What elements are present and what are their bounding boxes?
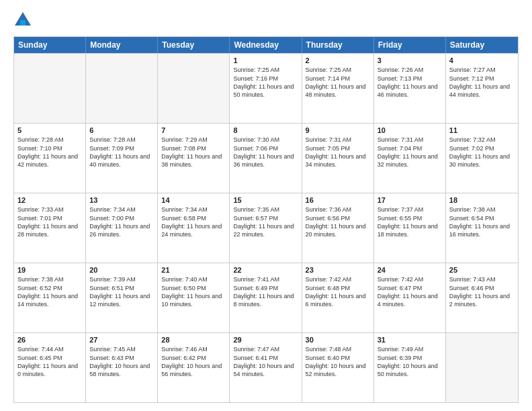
calendar-cell-7: 7Sunrise: 7:29 AMSunset: 7:08 PMDaylight… [158,124,230,193]
daylight-text: Daylight: 11 hours and 42 minutes. [17,153,82,169]
calendar-cell-3: 3Sunrise: 7:26 AMSunset: 7:13 PMDaylight… [374,54,446,123]
day-number: 9 [306,126,370,134]
logo [13,11,35,30]
daylight-text: Daylight: 11 hours and 16 minutes. [449,223,515,238]
calendar-cell-26: 26Sunrise: 7:44 AMSunset: 6:45 PMDayligh… [14,333,86,402]
calendar-cell-27: 27Sunrise: 7:45 AMSunset: 6:43 PMDayligh… [86,333,158,402]
calendar-cell-9: 9Sunrise: 7:31 AMSunset: 7:05 PMDaylight… [302,124,374,193]
daylight-text: Daylight: 11 hours and 6 minutes. [306,293,370,308]
sunrise-text: Sunrise: 7:31 AM [306,136,370,144]
sunset-text: Sunset: 7:10 PM [17,145,82,153]
sunset-text: Sunset: 6:49 PM [233,285,298,293]
day-number: 3 [378,56,442,64]
calendar-cell-empty-0 [14,54,86,123]
day-number: 26 [17,336,82,344]
daylight-text: Daylight: 11 hours and 20 minutes. [306,223,370,238]
day-number: 31 [378,336,442,344]
daylight-text: Daylight: 11 hours and 10 minutes. [161,293,226,308]
daylight-text: Daylight: 11 hours and 30 minutes. [449,153,515,169]
calendar-cell-empty-2 [158,54,230,123]
day-number: 22 [233,266,298,274]
sunrise-text: Sunrise: 7:46 AM [161,346,226,354]
day-number: 21 [161,266,226,274]
daylight-text: Daylight: 11 hours and 48 minutes. [306,83,370,99]
daylight-text: Daylight: 10 hours and 54 minutes. [233,363,298,378]
sunset-text: Sunset: 6:40 PM [306,355,370,363]
sunset-text: Sunset: 7:05 PM [306,145,370,153]
calendar-weekday-friday: Friday [374,37,446,53]
calendar-row-3: 12Sunrise: 7:33 AMSunset: 7:01 PMDayligh… [14,193,518,263]
day-number: 10 [378,126,442,134]
sunset-text: Sunset: 6:42 PM [161,355,226,363]
sunset-text: Sunset: 7:14 PM [306,75,370,83]
day-number: 5 [17,126,82,134]
calendar-cell-13: 13Sunrise: 7:34 AMSunset: 7:00 PMDayligh… [86,193,158,263]
daylight-text: Daylight: 11 hours and 40 minutes. [89,153,154,169]
calendar-cell-6: 6Sunrise: 7:28 AMSunset: 7:09 PMDaylight… [86,124,158,193]
day-number: 8 [233,126,298,134]
calendar-cell-24: 24Sunrise: 7:42 AMSunset: 6:47 PMDayligh… [374,263,446,332]
calendar-cell-31: 31Sunrise: 7:49 AMSunset: 6:39 PMDayligh… [374,333,446,402]
calendar-row-2: 5Sunrise: 7:28 AMSunset: 7:10 PMDaylight… [14,123,518,193]
sunrise-text: Sunrise: 7:32 AM [449,136,515,144]
calendar-cell-1: 1Sunrise: 7:25 AMSunset: 7:16 PMDaylight… [230,54,302,123]
sunset-text: Sunset: 7:16 PM [233,75,298,83]
calendar-cell-19: 19Sunrise: 7:38 AMSunset: 6:52 PMDayligh… [14,263,86,332]
day-number: 12 [17,196,82,204]
day-number: 4 [449,56,515,64]
sunrise-text: Sunrise: 7:28 AM [17,136,82,144]
calendar-row-4: 19Sunrise: 7:38 AMSunset: 6:52 PMDayligh… [14,263,518,332]
calendar-cell-empty-1 [86,54,158,123]
sunset-text: Sunset: 6:55 PM [378,215,442,223]
calendar-cell-4: 4Sunrise: 7:27 AMSunset: 7:12 PMDaylight… [446,54,518,123]
sunset-text: Sunset: 6:58 PM [161,215,226,223]
sunrise-text: Sunrise: 7:40 AM [161,276,226,284]
sunrise-text: Sunrise: 7:37 AM [378,206,442,214]
daylight-text: Daylight: 11 hours and 22 minutes. [233,223,298,238]
calendar-row-1: 1Sunrise: 7:25 AMSunset: 7:16 PMDaylight… [14,53,518,123]
sunrise-text: Sunrise: 7:39 AM [89,276,154,284]
page: SundayMondayTuesdayWednesdayThursdayFrid… [0,0,532,411]
calendar-cell-8: 8Sunrise: 7:30 AMSunset: 7:06 PMDaylight… [230,124,302,193]
day-number: 30 [306,336,370,344]
sunset-text: Sunset: 7:08 PM [161,145,226,153]
sunrise-text: Sunrise: 7:44 AM [17,346,82,354]
calendar-weekday-saturday: Saturday [446,37,518,53]
calendar-cell-18: 18Sunrise: 7:38 AMSunset: 6:54 PMDayligh… [446,193,518,263]
daylight-text: Daylight: 11 hours and 14 minutes. [17,293,82,308]
day-number: 11 [449,126,515,134]
calendar-weekday-thursday: Thursday [302,37,374,53]
calendar-cell-21: 21Sunrise: 7:40 AMSunset: 6:50 PMDayligh… [158,263,230,332]
calendar-cell-22: 22Sunrise: 7:41 AMSunset: 6:49 PMDayligh… [230,263,302,332]
sunrise-text: Sunrise: 7:30 AM [233,136,298,144]
calendar-cell-12: 12Sunrise: 7:33 AMSunset: 7:01 PMDayligh… [14,193,86,263]
sunset-text: Sunset: 7:12 PM [449,75,515,83]
sunset-text: Sunset: 6:52 PM [17,285,82,293]
sunset-text: Sunset: 7:02 PM [449,145,515,153]
header [13,11,519,30]
calendar-cell-23: 23Sunrise: 7:42 AMSunset: 6:48 PMDayligh… [302,263,374,332]
calendar-cell-17: 17Sunrise: 7:37 AMSunset: 6:55 PMDayligh… [374,193,446,263]
day-number: 19 [17,266,82,274]
sunrise-text: Sunrise: 7:42 AM [306,276,370,284]
day-number: 6 [89,126,154,134]
sunset-text: Sunset: 6:45 PM [17,355,82,363]
daylight-text: Daylight: 11 hours and 12 minutes. [89,293,154,308]
sunrise-text: Sunrise: 7:42 AM [378,276,442,284]
sunset-text: Sunset: 6:50 PM [161,285,226,293]
daylight-text: Daylight: 11 hours and 28 minutes. [17,223,82,238]
calendar-cell-2: 2Sunrise: 7:25 AMSunset: 7:14 PMDaylight… [302,54,374,123]
sunrise-text: Sunrise: 7:29 AM [161,136,226,144]
sunrise-text: Sunrise: 7:35 AM [233,206,298,214]
calendar-cell-14: 14Sunrise: 7:34 AMSunset: 6:58 PMDayligh… [158,193,230,263]
sunset-text: Sunset: 6:51 PM [89,285,154,293]
daylight-text: Daylight: 11 hours and 18 minutes. [378,223,442,238]
calendar-cell-28: 28Sunrise: 7:46 AMSunset: 6:42 PMDayligh… [158,333,230,402]
daylight-text: Daylight: 11 hours and 24 minutes. [161,223,226,238]
sunset-text: Sunset: 7:01 PM [17,215,82,223]
calendar-cell-10: 10Sunrise: 7:31 AMSunset: 7:04 PMDayligh… [374,124,446,193]
day-number: 15 [233,196,298,204]
day-number: 1 [233,56,298,64]
sunset-text: Sunset: 7:00 PM [89,215,154,223]
sunrise-text: Sunrise: 7:27 AM [449,66,515,75]
